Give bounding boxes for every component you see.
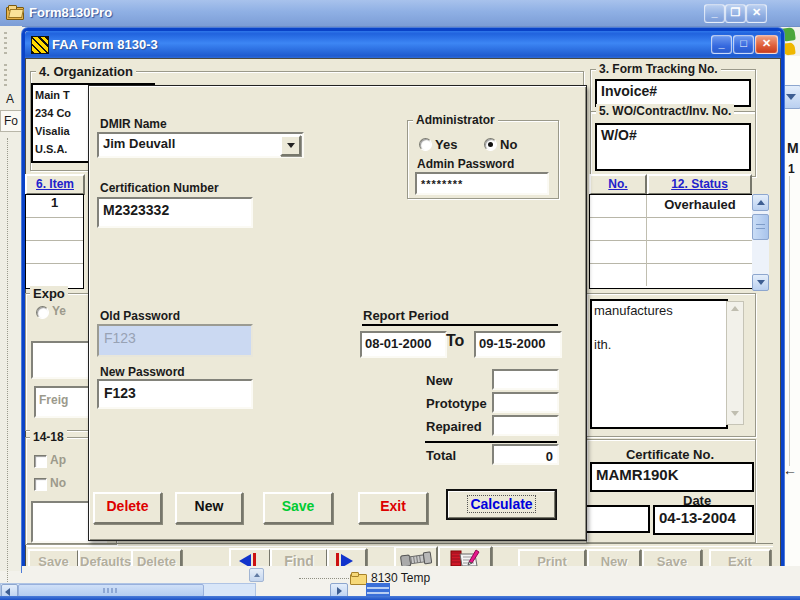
remarks-line: manufactures (594, 303, 673, 318)
prototype-count-label: Prototype (426, 396, 487, 411)
new-count-label: New (426, 373, 453, 388)
scroll-up-arrow (731, 306, 739, 311)
grid-column-divider (646, 195, 647, 286)
dmir-name-combobox[interactable]: Jim Deuvall (97, 132, 304, 158)
remarks-line: ith. (594, 337, 611, 352)
chevron-down-icon (287, 143, 295, 148)
approved-checkbox[interactable] (34, 455, 47, 468)
rail-text-a: A (6, 92, 14, 106)
app-folder-icon (6, 5, 24, 19)
repaired-count-label: Repaired (426, 419, 482, 434)
dmir-settings-dialog: DMIR Name Jim Deuvall Administrator Yes … (88, 85, 587, 541)
dmir-name-label: DMIR Name (100, 117, 167, 131)
scroll-thumb[interactable] (752, 214, 769, 240)
item-column-header[interactable]: 6. Item (25, 174, 85, 195)
fragment-arrow: ← (783, 462, 797, 478)
outer-close-button[interactable]: ✕ (746, 4, 767, 23)
scroll-up-arrow[interactable] (752, 194, 769, 211)
item-grid-row[interactable] (26, 241, 83, 264)
wo-field[interactable]: W/O# (595, 123, 751, 171)
fragment-one: 1 (788, 162, 795, 176)
outer-restore-button[interactable]: ❐ (725, 4, 746, 23)
report-from-field[interactable]: 08-01-2000 (360, 331, 447, 358)
admin-password-value: ******** (417, 178, 463, 190)
new-count-field[interactable] (492, 369, 559, 390)
combo-dropdown-button[interactable] (280, 135, 301, 156)
dialog-save-button[interactable]: Save (263, 492, 333, 524)
item-grid-row[interactable] (26, 264, 83, 286)
remarks-scrollbar-disabled (726, 301, 744, 425)
certification-number-label: Certification Number (100, 181, 219, 195)
report-period-label: Report Period (363, 308, 449, 323)
admin-no-radio[interactable] (484, 138, 497, 151)
new-password-label: New Password (100, 365, 185, 379)
outer-window-title: Form8130Pro (29, 5, 112, 20)
dmir-name-value: Jim Deuvall (99, 136, 175, 151)
approved-label: Ap (50, 453, 66, 467)
status-column-header[interactable]: 12. Status (647, 174, 752, 195)
inner-titlebar: FAA Form 8130-3 _ □ ✕ (25, 31, 781, 58)
inner-minimize-button[interactable]: _ (711, 35, 732, 54)
mini-scroll-up-fragment[interactable] (249, 568, 264, 582)
status-grid-row[interactable] (590, 241, 752, 264)
scroll-down-arrow[interactable] (752, 274, 769, 291)
dialog-new-button[interactable]: New (175, 492, 243, 524)
admin-no-label: No (500, 137, 517, 152)
certification-number-field[interactable]: M2323332 (97, 197, 253, 228)
scroll-down-arrow (731, 411, 739, 416)
toolbar-grip (4, 64, 7, 86)
non-approved-label: No (50, 476, 66, 490)
repaired-count-field[interactable] (492, 415, 559, 436)
status-cell[interactable]: Overhauled (652, 197, 748, 212)
calculate-button-label: Calculate (468, 496, 534, 512)
export-yes-radio[interactable] (36, 306, 49, 319)
toolbar-grip (4, 32, 7, 54)
prototype-count-field[interactable] (492, 392, 559, 413)
dialog-delete-button[interactable]: Delete (93, 492, 162, 524)
total-divider-line (425, 441, 557, 443)
tree-dotted-line (7, 138, 9, 586)
desktop: Form8130Pro _ ❐ ✕ A Fo M 1 ← FAA Form 81… (0, 0, 800, 600)
tracking-field[interactable]: Invoice# (595, 79, 751, 107)
faa-app-icon (31, 36, 49, 54)
inner-maximize-button[interactable]: □ (733, 35, 754, 54)
total-field[interactable]: 0 (492, 444, 559, 465)
status-grid[interactable]: Overhauled (589, 194, 753, 289)
admin-password-label: Admin Password (417, 157, 514, 171)
status-grid-scrollbar[interactable] (752, 194, 769, 287)
fragment-m: M (787, 140, 799, 156)
tree-branch-line (299, 578, 349, 579)
cert-empty-field[interactable] (584, 505, 650, 533)
admin-yes-label: Yes (435, 137, 457, 152)
dialog-calculate-button[interactable]: Calculate (446, 489, 557, 520)
status-grid-row[interactable] (590, 218, 752, 241)
item-grid-row[interactable] (26, 218, 83, 241)
status-grid-row[interactable]: Overhauled (590, 195, 752, 218)
old-password-field[interactable]: F123 (97, 324, 253, 357)
remarks-textarea[interactable]: manufactures ith. (590, 299, 728, 429)
block-14-18-label: 14-18 (30, 430, 67, 444)
to-label: To (446, 332, 464, 350)
date-field[interactable]: 04-13-2004 (653, 505, 754, 535)
certificate-field[interactable]: MAMR190K (590, 462, 754, 492)
inner-close-button[interactable]: ✕ (755, 35, 778, 54)
admin-password-field[interactable]: ******** (415, 172, 549, 195)
new-password-field[interactable]: F123 (97, 379, 253, 409)
outer-minimize-button[interactable]: _ (704, 4, 725, 23)
item-grid[interactable]: 1 (25, 194, 84, 289)
outer-titlebar: Form8130Pro _ ❐ ✕ (0, 0, 800, 27)
rail-tab-fo[interactable]: Fo (0, 110, 22, 132)
tracking-label: 3. Form Tracking No. (596, 62, 721, 76)
item-grid-row[interactable]: 1 (26, 195, 83, 218)
report-to-field[interactable]: 09-15-2000 (474, 331, 562, 358)
freight-text: Freig (36, 393, 68, 407)
administrator-label: Administrator (413, 113, 498, 127)
status-grid-row[interactable] (590, 264, 752, 286)
panel-divider (789, 176, 790, 466)
non-approved-checkbox[interactable] (34, 478, 47, 491)
no-column-header[interactable]: No. (589, 174, 647, 195)
dialog-exit-button[interactable]: Exit (358, 492, 428, 524)
admin-yes-radio[interactable] (419, 138, 432, 151)
folder-icon (350, 572, 367, 584)
export-label: Expo (30, 286, 68, 301)
